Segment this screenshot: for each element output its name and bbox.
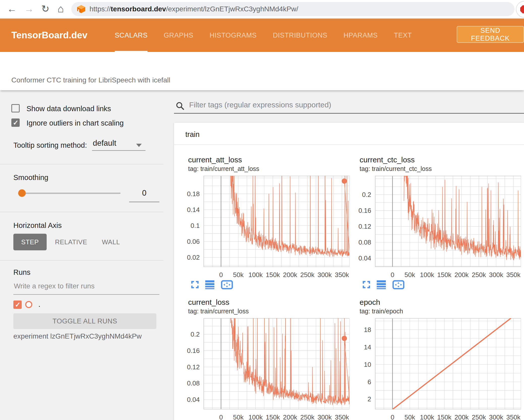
horizontal-axis-label: Horizontal Axis bbox=[13, 221, 62, 230]
chart-plot-current-loss[interactable]: 050k100k150k200k250k300k350k0.20.160.120… bbox=[181, 318, 350, 420]
svg-text:0.2: 0.2 bbox=[362, 191, 371, 198]
smoothing-label: Smoothing bbox=[13, 173, 48, 182]
show-download-links-checkbox[interactable] bbox=[11, 104, 20, 112]
axis-relative-button[interactable]: RELATIVE bbox=[53, 234, 89, 250]
ignore-outliers-label: Ignore outliers in chart scaling bbox=[26, 119, 124, 127]
expand-chart-icon[interactable] bbox=[363, 281, 370, 288]
svg-text:0.04: 0.04 bbox=[187, 396, 200, 403]
runs-filter-input[interactable] bbox=[13, 282, 155, 290]
svg-text:150k: 150k bbox=[266, 413, 280, 420]
search-icon bbox=[176, 101, 185, 110]
chart-card-current-loss: current_loss tag: train/current_loss 050… bbox=[181, 298, 353, 420]
run-checkbox[interactable] bbox=[13, 301, 22, 309]
smoothing-value[interactable]: 0 bbox=[129, 189, 159, 198]
chart-title: current_ctc_loss bbox=[360, 156, 524, 165]
app-header: TensorBoard.dev SCALARS GRAPHS HISTOGRAM… bbox=[0, 19, 524, 52]
send-feedback-button[interactable]: SEND FEEDBACK bbox=[457, 26, 524, 43]
train-section-card: train current_att_loss tag: train/curren… bbox=[174, 123, 524, 420]
svg-text:200k: 200k bbox=[283, 271, 297, 279]
svg-text:14: 14 bbox=[364, 343, 371, 351]
chevron-down-icon[interactable] bbox=[136, 144, 142, 147]
svg-text:0.16: 0.16 bbox=[187, 347, 200, 354]
svg-text:0.02: 0.02 bbox=[187, 254, 200, 261]
svg-text:50k: 50k bbox=[404, 413, 415, 420]
address-bar[interactable]: https://tensorboard.dev/experiment/lzGnE… bbox=[71, 2, 514, 16]
ignore-outliers-checkbox[interactable] bbox=[11, 118, 20, 127]
experiment-id-label: experiment lzGnETjwRxC3yghNMd4kPw bbox=[13, 332, 142, 340]
axis-wall-button[interactable]: WALL bbox=[100, 234, 122, 250]
svg-text:0.12: 0.12 bbox=[187, 363, 200, 371]
chart-card-epoch: epoch tag: train/epoch 050k100k150k200k2… bbox=[353, 298, 524, 420]
forward-icon[interactable]: → bbox=[24, 3, 34, 15]
show-download-links-label: Show data download links bbox=[26, 105, 111, 113]
svg-text:50k: 50k bbox=[404, 271, 415, 279]
svg-text:50k: 50k bbox=[233, 413, 244, 420]
svg-text:350k: 350k bbox=[506, 271, 521, 279]
chart-tag: tag: train/current_ctc_loss bbox=[360, 165, 524, 172]
tab-graphs[interactable]: GRAPHS bbox=[164, 19, 193, 52]
chart-card-current-att-loss: current_att_loss tag: train/current_att_… bbox=[181, 156, 353, 290]
svg-text:100k: 100k bbox=[248, 271, 263, 279]
svg-text:0.18: 0.18 bbox=[187, 190, 200, 198]
svg-text:0.14: 0.14 bbox=[187, 206, 200, 214]
svg-text:350k: 350k bbox=[335, 413, 349, 420]
axis-step-button[interactable]: STEP bbox=[13, 234, 47, 250]
tag-filter-input[interactable] bbox=[189, 100, 516, 109]
svg-text:0.04: 0.04 bbox=[358, 254, 371, 262]
tab-text[interactable]: TEXT bbox=[394, 19, 412, 52]
sidebar-divider bbox=[0, 260, 163, 261]
smoothing-slider-thumb[interactable] bbox=[18, 189, 26, 197]
tooltip-sorting-select[interactable]: default bbox=[93, 139, 116, 148]
tooltip-sorting-underline bbox=[92, 150, 145, 151]
home-icon[interactable]: ⌂ bbox=[57, 3, 64, 15]
runs-filter-underline bbox=[13, 294, 159, 295]
log-scale-icon[interactable] bbox=[205, 280, 214, 289]
fit-domain-icon[interactable] bbox=[221, 280, 233, 289]
svg-text:0.12: 0.12 bbox=[358, 223, 371, 230]
nav-tabs: SCALARS GRAPHS HISTOGRAMS DISTRIBUTIONS … bbox=[115, 19, 412, 52]
log-scale-icon[interactable] bbox=[377, 280, 386, 289]
svg-text:0: 0 bbox=[219, 271, 223, 279]
chart-title: current_att_loss bbox=[188, 156, 353, 165]
url-path: /experiment/lzGnETjwRxC3yghNMd4kPw/ bbox=[166, 5, 298, 13]
svg-text:200k: 200k bbox=[454, 413, 469, 420]
chart-plot-current-att-loss[interactable]: 050k100k150k200k250k300k350k0.180.140.10… bbox=[181, 176, 350, 279]
tag-filter-underline bbox=[174, 113, 524, 114]
chart-toolbar bbox=[191, 280, 353, 290]
fit-domain-icon[interactable] bbox=[392, 280, 404, 289]
svg-text:0: 0 bbox=[219, 413, 223, 420]
tab-hparams[interactable]: HPARAMS bbox=[343, 19, 378, 52]
svg-text:300k: 300k bbox=[317, 413, 332, 420]
svg-text:10: 10 bbox=[364, 361, 371, 368]
svg-text:50k: 50k bbox=[233, 271, 244, 279]
chart-toolbar bbox=[363, 280, 524, 290]
chart-plot-current-ctc-loss[interactable]: 050k100k150k200k250k300k350k0.20.160.120… bbox=[353, 176, 521, 279]
tensorboard-page: ← → ↻ ⌂ https://tensorboard.dev/experime… bbox=[0, 0, 524, 420]
tag-filter-row bbox=[174, 100, 524, 113]
back-icon[interactable]: ← bbox=[7, 3, 17, 15]
toggle-all-runs-button[interactable]: TOGGLE ALL RUNS bbox=[13, 313, 156, 329]
svg-text:0.16: 0.16 bbox=[358, 207, 371, 214]
browser-profile-avatar[interactable] bbox=[516, 1, 524, 18]
tab-distributions[interactable]: DISTRIBUTIONS bbox=[273, 19, 327, 52]
smoothing-slider-track[interactable] bbox=[21, 193, 121, 194]
runs-label: Runs bbox=[13, 268, 31, 277]
chart-plot-epoch[interactable]: 050k100k150k200k250k300k350k18141062 bbox=[353, 318, 521, 420]
reload-icon[interactable]: ↻ bbox=[41, 3, 49, 15]
tensorboard-favicon-icon bbox=[77, 5, 85, 13]
tab-histograms[interactable]: HISTOGRAMS bbox=[210, 19, 257, 52]
tab-scalars[interactable]: SCALARS bbox=[115, 19, 148, 52]
chart-tag: tag: train/current_loss bbox=[188, 308, 353, 315]
section-title[interactable]: train bbox=[185, 130, 199, 139]
chart-tag: tag: train/current_att_loss bbox=[188, 165, 353, 172]
svg-text:250k: 250k bbox=[472, 271, 486, 279]
sidebar-divider bbox=[0, 164, 163, 164]
app-logo[interactable]: TensorBoard.dev bbox=[11, 19, 88, 52]
svg-text:250k: 250k bbox=[472, 413, 486, 420]
svg-text:0.08: 0.08 bbox=[187, 379, 200, 387]
expand-chart-icon[interactable] bbox=[191, 281, 199, 288]
svg-text:300k: 300k bbox=[489, 271, 503, 279]
svg-text:2: 2 bbox=[368, 395, 371, 403]
svg-text:350k: 350k bbox=[506, 413, 521, 420]
url-text[interactable]: https://tensorboard.dev/experiment/lzGnE… bbox=[90, 5, 298, 13]
